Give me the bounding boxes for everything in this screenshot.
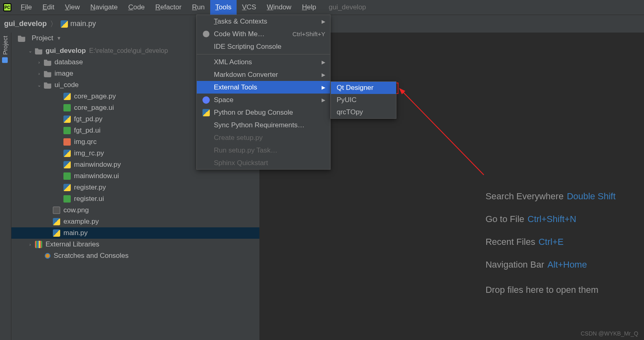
hint-label: Go to File (485, 214, 524, 224)
menu-item-label: Markdown Converter (214, 71, 318, 79)
hint-shortcut: Ctrl+Shift+N (528, 214, 577, 224)
menu-edit[interactable]: Edit (37, 0, 59, 15)
app-icon: PC (3, 3, 11, 11)
editor-hint: Recent FilesCtrl+E (485, 237, 616, 247)
py-file-icon (63, 184, 71, 191)
menu-refactor[interactable]: Refactor (150, 0, 187, 15)
menu-vcs[interactable]: VCS (237, 0, 261, 15)
tree-item-hint: E:\relate_code\gui_develop (89, 47, 168, 54)
hint-label: Navigation Bar (485, 259, 544, 270)
tree-file-example.py[interactable]: example.py (11, 216, 259, 227)
tree-item-label: fgt_pd.ui (74, 126, 100, 135)
tree-item-label: External Libraries (46, 240, 99, 248)
menu-item-markdown-converter[interactable]: Markdown Converter▶ (197, 68, 330, 81)
tree-item-label: fgt_pd.py (74, 115, 102, 123)
tree-item-label: mainwindow.py (74, 161, 121, 169)
panel-dropdown-icon[interactable]: ▼ (57, 35, 61, 41)
submenu-item-qt-designer[interactable]: Qt Designer (331, 82, 396, 94)
submenu-item-pyuic[interactable]: PyUIC (331, 94, 396, 106)
menu-item-label: IDE Scripting Console (214, 43, 325, 51)
person-icon (202, 31, 210, 38)
tools-menu[interactable]: Tasks & Contexts▶Code With Me…Ctrl+Shift… (196, 15, 331, 170)
tree-caret-icon: › (36, 71, 42, 76)
menu-item-tasks-contexts[interactable]: Tasks & Contexts▶ (197, 15, 330, 28)
folder-icon (44, 81, 51, 89)
editor-hint: Go to FileCtrl+Shift+N (485, 214, 616, 224)
menu-help[interactable]: Help (297, 0, 322, 15)
menu-code[interactable]: Code (123, 0, 150, 15)
menu-window[interactable]: Window (261, 0, 296, 15)
project-tab-icon (2, 57, 8, 63)
menu-item-label: Sync Python Requirements… (214, 121, 325, 129)
tree-file-main.py[interactable]: main.py (11, 227, 259, 239)
menu-item-label: Create setup.py (214, 134, 325, 142)
space-icon (202, 96, 210, 104)
folder-icon (44, 70, 51, 77)
menu-item-label: Tasks & Contexts (214, 17, 318, 26)
tree-item-label: example.py (63, 218, 99, 226)
libraries-icon (35, 241, 42, 248)
tree-external-libraries[interactable]: ›External Libraries (11, 239, 259, 250)
tree-caret-icon: › (27, 242, 33, 247)
breadcrumb-root[interactable]: gui_develop (4, 20, 47, 28)
tree-file-register.ui[interactable]: register.ui (11, 193, 259, 205)
tree-scratches[interactable]: Scratches and Consoles (11, 250, 259, 262)
breadcrumb-separator: 〉 (50, 19, 57, 29)
breadcrumb-file[interactable]: main.py (70, 20, 96, 28)
tree-item-label: img_rc.py (74, 149, 104, 157)
menu-item-space[interactable]: Space▶ (197, 94, 330, 106)
tree-item-label: ui_code (54, 81, 79, 89)
menu-item-label: Code With Me… (214, 30, 288, 38)
tree-file-cow.png[interactable]: cow.png (11, 205, 259, 216)
external-tools-submenu[interactable]: Qt DesignerPyUICqrcTOpy (331, 81, 396, 119)
panel-title[interactable]: Project (32, 34, 53, 42)
tree-item-label: Scratches and Consoles (54, 252, 128, 260)
submenu-arrow-icon: ▶ (322, 72, 325, 78)
menu-item-shortcut: Ctrl+Shift+Y (292, 31, 325, 37)
hint-label: Search Everywhere (485, 191, 564, 201)
menu-view[interactable]: View (60, 0, 85, 15)
png-file-icon (53, 207, 60, 214)
tree-file-register.py[interactable]: register.py (11, 182, 259, 193)
watermark: CSDN @WYKB_Mr_Q (581, 330, 638, 337)
menu-item-sphinx-quickstart: Sphinx Quickstart (197, 157, 330, 169)
tree-item-label: register.ui (74, 195, 104, 203)
editor-hints: Search EverywhereDouble ShiftGo to FileC… (485, 191, 616, 295)
menu-tools[interactable]: Tools (210, 0, 237, 15)
tree-item-label: image (54, 70, 73, 78)
menu-item-external-tools[interactable]: External Tools▶ (197, 81, 330, 94)
drop-files-hint: Drop files here to open them (485, 285, 616, 295)
python-icon (202, 109, 210, 116)
menu-item-sync-python-requirements-[interactable]: Sync Python Requirements… (197, 119, 330, 131)
menu-item-label: XML Actions (214, 58, 318, 66)
menu-navigate[interactable]: Navigate (85, 0, 123, 15)
menu-item-xml-actions[interactable]: XML Actions▶ (197, 56, 330, 68)
hint-shortcut: Double Shift (567, 191, 616, 201)
tree-item-label: mainwindow.ui (74, 172, 119, 180)
menu-item-label: Run setup.py Task… (214, 146, 325, 155)
window-project-name: gui_develop (329, 3, 366, 11)
python-file-icon (61, 20, 68, 28)
submenu-arrow-icon: ▶ (322, 97, 325, 103)
tree-caret-icon: ⌄ (36, 83, 42, 88)
tree-file-mainwindow.ui[interactable]: mainwindow.ui (11, 170, 259, 182)
menu-item-label: Sphinx Quickstart (214, 159, 325, 167)
submenu-item-qrctopy[interactable]: qrcTOpy (331, 106, 396, 118)
menu-item-run-setup-py-task-: Run setup.py Task… (197, 144, 330, 157)
folder-icon (35, 47, 42, 54)
ui-file-icon (63, 172, 71, 180)
menu-item-python-or-debug-console[interactable]: Python or Debug Console (197, 106, 330, 119)
menu-item-ide-scripting-console[interactable]: IDE Scripting Console (197, 40, 330, 53)
project-tool-tab[interactable]: Project (0, 33, 11, 340)
menu-file[interactable]: File (15, 0, 37, 15)
tree-item-label: core_page.ui (74, 104, 114, 112)
menu-item-create-setup-py: Create setup.py (197, 131, 330, 144)
tree-item-label: core_page.py (74, 92, 116, 100)
menu-run[interactable]: Run (187, 0, 210, 15)
folder-icon (18, 35, 25, 42)
hint-label: Recent Files (485, 237, 535, 247)
py-file-icon (63, 93, 71, 100)
qrc-file-icon (63, 138, 71, 146)
menu-item-code-with-me-[interactable]: Code With Me…Ctrl+Shift+Y (197, 28, 330, 40)
submenu-arrow-icon: ▶ (322, 59, 325, 65)
